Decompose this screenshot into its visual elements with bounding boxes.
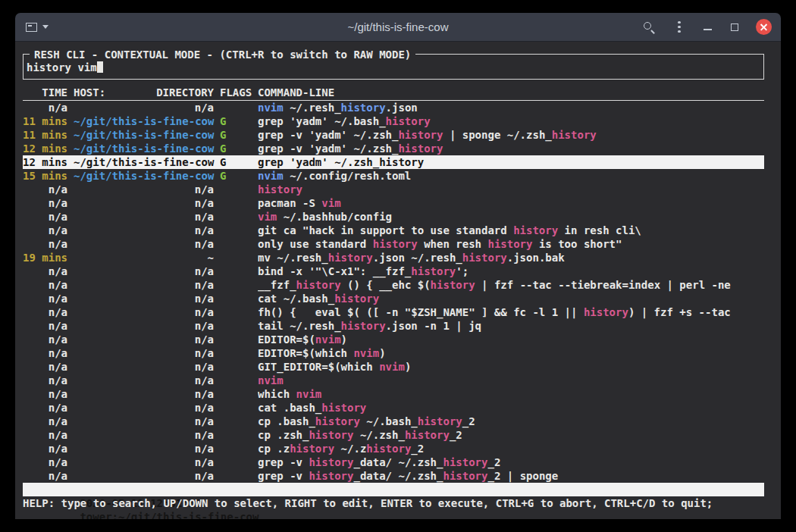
row-directory: n/a: [74, 428, 214, 442]
history-row[interactable]: 11 mins~/git/this-is-fine-cowGgrep 'yadm…: [23, 114, 764, 128]
resh-mode-label: RESH CLI - CONTEXTUAL MODE - (CTRL+R to …: [30, 48, 415, 61]
column-gap: [214, 155, 220, 169]
history-row[interactable]: n/an/acp .bash_history ~/.bash_history_2: [23, 415, 764, 428]
history-row[interactable]: n/an/a__fzf_history () { __ehc $(history…: [23, 278, 764, 292]
history-row[interactable]: 15 mins~/git/this-is-fine-cowGnvim ~/.co…: [23, 169, 764, 183]
command-segment: vim: [258, 211, 277, 223]
column-gap: [67, 305, 74, 319]
command-segment: grep -v 'yadm' ~/.zsh_: [258, 142, 398, 155]
history-row[interactable]: n/an/anvim ~/.resh_history.json: [23, 101, 764, 114]
command-segment: .json -n 1 | jq: [386, 320, 481, 332]
row-directory: n/a: [74, 278, 214, 292]
row-directory: n/a: [74, 305, 214, 319]
history-row[interactable]: n/an/atail ~/.resh_history.json -n 1 | j…: [23, 319, 764, 333]
history-row[interactable]: n/an/aGIT_EDITOR=$(which nvim): [23, 360, 764, 374]
history-row[interactable]: n/an/apacman -S vim: [23, 196, 764, 210]
column-gap: [67, 346, 74, 360]
history-row[interactable]: n/an/aEDITOR=$(nvim): [23, 333, 764, 346]
row-flags: G: [220, 142, 252, 155]
history-row[interactable]: n/an/aonly use standard history when res…: [23, 237, 764, 251]
history-row[interactable]: n/an/ahistory: [23, 183, 764, 196]
column-gap: [214, 251, 220, 264]
search-icon: [642, 20, 655, 33]
row-command: EDITOR=$(nvim): [258, 333, 764, 346]
row-directory: ~/git/this-is-fine-cow: [74, 114, 214, 128]
row-flags: [220, 224, 252, 237]
command-segment: history: [296, 279, 341, 291]
maximize-button[interactable]: [729, 22, 740, 33]
command-segment: pacman -S: [258, 197, 321, 209]
column-gap: [67, 224, 74, 237]
history-row[interactable]: 12 mins~/git/this-is-fine-cowGgrep 'yadm…: [23, 155, 764, 169]
command-segment: _2 | sponge: [487, 470, 558, 482]
history-row[interactable]: n/an/awhich nvim: [23, 387, 764, 401]
menu-button[interactable]: [672, 20, 686, 34]
history-row[interactable]: 19 mins~mv ~/.resh_history.json ~/.resh_…: [23, 251, 764, 264]
command-segment: grep -v: [258, 456, 309, 468]
row-flags: [220, 387, 252, 401]
column-gap: [214, 128, 220, 142]
new-terminal-button[interactable]: [24, 21, 50, 33]
row-directory: n/a: [74, 387, 214, 401]
row-flags: G: [220, 155, 252, 169]
command-segment: when resh: [418, 238, 488, 250]
command-segment: grep 'yadm' ~/.zsh_: [258, 156, 379, 168]
command-segment: vim: [321, 197, 340, 209]
column-gap: [214, 333, 220, 346]
close-button[interactable]: [756, 19, 772, 35]
history-row[interactable]: n/an/agit ca "hack in support to use sta…: [23, 224, 764, 237]
column-gap: [67, 442, 74, 455]
history-row[interactable]: n/an/acp .zhistory ~/.zhistory_2: [23, 442, 764, 455]
row-time: n/a: [23, 401, 67, 415]
history-row[interactable]: n/an/abind -x '"\C-x1": __fzf_history';: [23, 264, 764, 278]
history-row[interactable]: 12 mins~/git/this-is-fine-cowGgrep -v 'y…: [23, 142, 764, 155]
history-row[interactable]: n/an/avim ~/.bashhub/config: [23, 210, 764, 224]
column-gap: [67, 278, 74, 292]
history-row[interactable]: n/an/acat .bash_history: [23, 401, 764, 415]
header-time: TIME: [23, 86, 67, 100]
history-row[interactable]: 11 mins~/git/this-is-fine-cowGgrep -v 'y…: [23, 128, 764, 142]
row-command: grep -v history_data/ ~/.zsh_history_2 |…: [258, 469, 764, 483]
row-command: pacman -S vim: [258, 196, 764, 210]
minimize-button[interactable]: [702, 25, 713, 30]
column-gap: [67, 374, 74, 387]
row-command: bind -x '"\C-x1": __fzf_history';: [258, 264, 764, 278]
history-row[interactable]: n/an/acp .zsh_history ~/.zsh_history_2: [23, 428, 764, 442]
row-time: 11 mins: [23, 128, 67, 142]
column-gap: [67, 196, 74, 210]
row-directory: n/a: [74, 101, 214, 114]
column-gap: [67, 210, 74, 224]
row-flags: [220, 455, 252, 469]
row-directory: n/a: [74, 346, 214, 360]
column-gap: [214, 305, 220, 319]
row-directory: n/a: [74, 333, 214, 346]
row-time: 12 mins: [23, 142, 67, 155]
chevron-down-icon: [42, 25, 49, 29]
history-row[interactable]: n/an/anvim: [23, 374, 764, 387]
row-flags: [220, 278, 252, 292]
command-segment: history: [373, 238, 418, 250]
row-command: cat ~/.bash_history: [258, 292, 764, 305]
row-command: nvim: [258, 374, 764, 387]
row-command: mv ~/.resh_history.json ~/.resh_history.…: [258, 251, 764, 264]
row-flags: [220, 374, 252, 387]
command-segment: history: [309, 470, 353, 482]
history-row[interactable]: n/an/agrep -v history_data/ ~/.zsh_histo…: [23, 469, 764, 483]
column-gap: [214, 346, 220, 360]
history-row[interactable]: n/an/afh() { eval $( ([ -n "$ZSH_NAME" ]…: [23, 305, 764, 319]
history-rows: n/an/anvim ~/.resh_history.json11 mins~/…: [23, 101, 764, 483]
command-segment: grep -v 'yadm' ~/.zsh_: [258, 129, 398, 141]
search-button[interactable]: [641, 19, 657, 35]
row-flags: [220, 101, 252, 114]
history-row[interactable]: n/an/agrep -v history_data/ ~/.zsh_histo…: [23, 455, 764, 469]
column-gap: [67, 142, 74, 155]
header-command: COMMAND-LINE: [258, 86, 764, 100]
maximize-icon: [731, 23, 738, 31]
header-host: HOST:: [74, 86, 105, 100]
command-segment: cp .bash_: [258, 415, 315, 427]
row-command: nvim ~/.config/resh.toml: [258, 169, 764, 183]
history-row[interactable]: n/an/acat ~/.bash_history: [23, 292, 764, 305]
command-segment: | fzf --tac --tiebreak=index | perl -ne: [475, 279, 731, 291]
history-row[interactable]: n/an/aEDITOR=$(which nvim): [23, 346, 764, 360]
new-terminal-icon: [26, 23, 37, 32]
